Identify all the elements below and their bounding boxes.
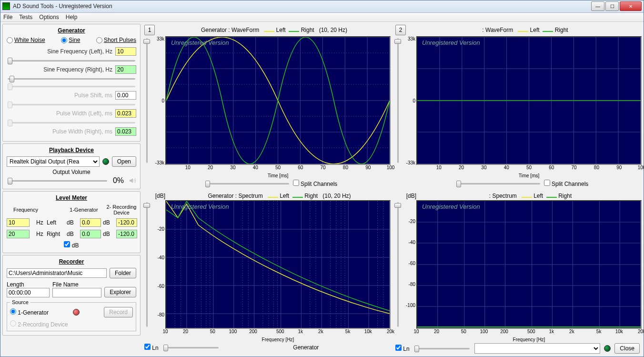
length-input	[7, 288, 50, 297]
chart-2-hslider[interactable]	[455, 180, 541, 187]
recorder-panel: Recorder Folder Length File Name Explore…	[2, 255, 141, 336]
chart-2-button[interactable]: 2	[395, 25, 406, 35]
chart-3-vslider[interactable]	[142, 200, 151, 329]
pulse-width-left-input	[115, 109, 136, 118]
chart-4-plot: Unregistered Version	[416, 200, 642, 329]
minimize-button[interactable]: —	[591, 1, 604, 11]
menu-tests[interactable]: Tests	[19, 14, 32, 20]
level-title: Level Meter	[7, 194, 136, 201]
chart-4-vslider[interactable]	[393, 200, 402, 329]
playback-device-select[interactable]: Realtek Digital Output (Rea	[7, 156, 100, 167]
menubar: File Tests Options Help	[0, 13, 644, 22]
chart-1-plot: Unregistered Version	[165, 36, 391, 165]
chart-3-spectrum: [dB] Generator : Spectrum Left Right (10…	[142, 192, 391, 355]
split-channels-1[interactable]: Split Channels	[293, 180, 338, 187]
pulse-width-left-slider	[7, 101, 136, 108]
radio-white-noise[interactable]: White Noise	[7, 37, 45, 43]
menu-file[interactable]: File	[3, 14, 12, 20]
chart-2-vslider[interactable]	[393, 36, 402, 165]
pulse-width-left-label: Pulse Width (Left), ms	[56, 110, 112, 117]
chart-1-button[interactable]: 1	[144, 25, 155, 35]
playback-led-icon	[102, 158, 109, 165]
chart-1-hslider[interactable]	[204, 180, 290, 187]
speaker-icon	[129, 177, 136, 184]
length-label: Length	[7, 281, 50, 288]
chart-3-plot: Unregistered Version	[165, 200, 391, 329]
source-generator-radio[interactable]: 1-Generator	[10, 308, 49, 316]
gen-right-value	[80, 230, 101, 238]
level-meter-panel: Level Meter Frequency 1-Generator 2- Rec…	[2, 191, 141, 253]
titlebar: AD Sound Tools - Unregistered Version — …	[0, 0, 644, 13]
pulse-width-right-label: Pulse Width (Right), ms	[52, 128, 112, 135]
record-path-input[interactable]	[7, 268, 107, 278]
output-volume-label: Output Volume	[7, 169, 136, 175]
menu-options[interactable]: Options	[39, 14, 59, 20]
generator-title: Generator	[7, 27, 136, 34]
folder-button[interactable]: Folder	[110, 268, 136, 278]
chart-3-hslider[interactable]	[162, 344, 220, 351]
rec-left-value	[116, 218, 137, 227]
app-window: AD Sound Tools - Unregistered Version — …	[0, 0, 644, 357]
sine-right-input[interactable]	[115, 65, 136, 74]
gen-left-value	[80, 218, 101, 227]
record-button[interactable]: Record	[104, 307, 133, 317]
chart-4-hslider[interactable]	[413, 345, 471, 352]
chart-2-plot: Unregistered Version	[416, 36, 642, 165]
radio-short-pulses[interactable]: Short Pulses	[96, 37, 136, 43]
playback-panel: Playback Device Realtek Digital Output (…	[2, 143, 141, 189]
explorer-button[interactable]: Explorer	[104, 287, 136, 297]
pulse-width-right-slider	[7, 119, 136, 126]
ln-checkbox-1[interactable]: Ln	[144, 344, 159, 351]
playback-title: Playback Device	[7, 147, 136, 153]
open-button[interactable]: Open	[112, 156, 136, 167]
recorder-title: Recorder	[7, 258, 136, 265]
pulse-shift-slider	[7, 83, 136, 90]
close-button[interactable]: Close	[614, 343, 640, 354]
device-select-bottom[interactable]	[474, 343, 601, 354]
output-volume-value: 0%	[113, 176, 124, 185]
output-volume-slider[interactable]	[7, 177, 108, 184]
chart-1-vslider[interactable]	[142, 36, 151, 165]
chart-2-waveform: 2 : WaveForm Left Right 33k 0 -33k	[393, 24, 642, 189]
source-fieldset: Source 1-Generator Record 2-Recording De…	[7, 299, 136, 331]
menu-help[interactable]: Help	[66, 14, 78, 20]
window-title: AD Sound Tools - Unregistered Version	[13, 3, 591, 10]
bottom-led-icon	[604, 345, 611, 352]
sine-right-slider[interactable]	[7, 75, 136, 82]
source-recording-radio: 2-Recording Device	[10, 320, 133, 328]
sine-left-label: Sine Frequency (Left), Hz	[47, 48, 112, 55]
pulse-shift-input	[115, 91, 136, 100]
freq-right-input[interactable]	[7, 230, 30, 238]
freq-left-input[interactable]	[7, 218, 30, 227]
filename-label: File Name	[52, 281, 101, 288]
record-led-icon	[73, 309, 80, 316]
db-checkbox[interactable]: dB	[64, 242, 79, 249]
generator-panel: Generator White Noise Sine Short Pulses …	[2, 24, 141, 142]
radio-sine[interactable]: Sine	[61, 37, 80, 43]
close-window-button[interactable]: ✕	[620, 1, 642, 11]
filename-input[interactable]	[52, 288, 101, 297]
generator-label: Generator	[223, 344, 389, 351]
sine-right-label: Sine Frequency (Right), Hz	[43, 66, 112, 73]
sine-left-slider[interactable]	[7, 57, 136, 64]
pulse-width-right-input	[115, 127, 136, 136]
sine-left-input[interactable]	[115, 47, 136, 56]
chart-1-waveform: 1 Generator : WaveForm Left Right (10, 2…	[142, 24, 391, 189]
split-channels-2[interactable]: Split Channels	[544, 180, 589, 187]
pulse-shift-label: Pulse Shift, ms	[74, 92, 112, 99]
ln-checkbox-2[interactable]: Ln	[395, 345, 410, 352]
rec-right-value	[116, 230, 137, 238]
chart-4-spectrum: [dB] : Spectrum Left Right -20 -40 -60 -…	[393, 192, 642, 355]
app-icon	[2, 2, 10, 10]
maximize-button[interactable]: ☐	[605, 1, 619, 11]
